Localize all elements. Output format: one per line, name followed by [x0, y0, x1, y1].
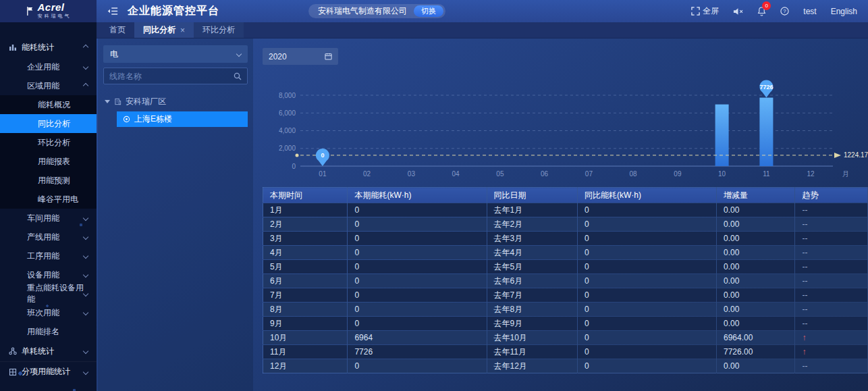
- sidebar-item-energy-ranking[interactable]: 用能排名: [0, 322, 97, 341]
- table-cell: 0: [348, 246, 487, 260]
- fullscreen-icon: [691, 7, 700, 16]
- chevron-up-icon: [83, 45, 88, 50]
- trend-cell: ↑: [795, 345, 868, 359]
- sidebar-item-energy-report[interactable]: 用能报表: [0, 152, 97, 171]
- trend-cell: --: [795, 317, 868, 331]
- sidebar-item-enterprise-energy[interactable]: 企业用能: [0, 57, 97, 76]
- table-cell: 0.00: [716, 359, 794, 373]
- switch-company-button[interactable]: 切换: [414, 5, 443, 17]
- tab-close-icon[interactable]: ×: [180, 26, 185, 34]
- table-cell: 5月: [263, 260, 348, 274]
- column-header: 趋势: [795, 188, 868, 203]
- notification-badge: 0: [762, 1, 771, 10]
- sidebar-item-yoy-analysis[interactable]: 同比分析: [0, 114, 97, 133]
- search-icon[interactable]: [234, 72, 242, 80]
- node-icon: [123, 115, 130, 123]
- sidebar-item-shift-energy[interactable]: 班次用能: [0, 303, 97, 322]
- svg-text:1224.17: 1224.17: [844, 151, 868, 159]
- sidebar-item-label: 区域用能: [27, 80, 59, 92]
- company-name: 安科瑞电气制造有限公司: [318, 5, 407, 17]
- table-row: 9月0去年9月00.00--: [263, 317, 868, 331]
- speaker-muted-icon: [733, 7, 743, 16]
- table-row: 1月0去年1月00.00--: [263, 203, 868, 217]
- svg-text:05: 05: [496, 170, 504, 178]
- language-switch[interactable]: English: [831, 7, 857, 16]
- sidebar-item-peak-valley-flat[interactable]: 峰谷平用电: [0, 190, 97, 209]
- table-cell: 去年2月: [487, 217, 577, 232]
- trend-cell: --: [795, 232, 868, 246]
- sidebar-item-workshop-energy[interactable]: 车间用能: [0, 209, 97, 228]
- svg-text:11: 11: [763, 170, 770, 178]
- sidebar-item-energy-overview[interactable]: 能耗概况: [0, 95, 97, 114]
- svg-text:6,000: 6,000: [279, 109, 296, 117]
- column-header: 增减量: [716, 188, 794, 203]
- notifications-button[interactable]: 0: [757, 7, 766, 16]
- table-cell: 4月: [263, 246, 348, 260]
- help-button[interactable]: ?: [780, 7, 789, 16]
- table-cell: 3月: [263, 232, 348, 246]
- sidebar-item-equipment-energy[interactable]: 设备用能: [0, 265, 97, 284]
- tree-root-label: 安科瑞厂区: [126, 96, 166, 107]
- table-cell: 0: [348, 232, 487, 246]
- sidebar-item-line-energy[interactable]: 产线用能: [0, 228, 97, 246]
- tree-expander-icon[interactable]: [105, 100, 110, 103]
- sidebar-item-key-equipment-energy[interactable]: 重点能耗设备用能: [0, 284, 97, 303]
- table-cell: 0.00: [716, 246, 794, 260]
- tab-home[interactable]: 首页: [101, 22, 134, 38]
- table-cell: 0.00: [716, 203, 794, 217]
- right-pane: 首页同比分析×环比分析 电 安科瑞厂区: [97, 22, 868, 391]
- table-row: 8月0去年8月00.00--: [263, 303, 868, 317]
- top-bar: Acrel 安科瑞电气 企业能源管控平台 安科瑞电气制造有限公司 切换 全屏: [0, 0, 868, 22]
- chevron-down-icon: [83, 253, 88, 259]
- sidebar-item-label: 工序用能: [27, 251, 59, 262]
- mute-button[interactable]: [733, 7, 743, 16]
- sidebar-item-label: 单耗统计: [22, 346, 54, 357]
- brand-subtitle: 安科瑞电气: [38, 13, 72, 20]
- fullscreen-button[interactable]: 全屏: [691, 5, 719, 17]
- table-cell: 去年10月: [487, 331, 577, 345]
- sidebar-item-subitem-energy-stats[interactable]: 分项用能统计: [0, 361, 97, 382]
- table-cell: 0.00: [716, 274, 794, 288]
- chevron-down-icon: [83, 310, 88, 315]
- menu-fold-icon[interactable]: [107, 7, 118, 16]
- sidebar-item-label: 峰谷平用电: [38, 194, 78, 205]
- grid-icon: [9, 368, 17, 376]
- table-cell: 6964: [348, 331, 487, 345]
- table-cell: 去年1月: [487, 203, 577, 217]
- sidebar-item-energy-stats[interactable]: 能耗统计: [0, 37, 97, 57]
- tab-mom-analysis[interactable]: 环比分析: [194, 22, 244, 38]
- table-cell: 0: [348, 260, 487, 274]
- table-cell: 7726.00: [716, 345, 794, 359]
- sidebar-item-region-energy[interactable]: 区域用能: [0, 76, 97, 95]
- chevron-down-icon: [83, 291, 88, 296]
- tree-leaf-label: 上海E栋楼: [134, 113, 172, 125]
- table-cell: 8月: [263, 303, 348, 317]
- svg-text:7726: 7726: [759, 84, 773, 90]
- tab-label: 环比分析: [202, 24, 235, 36]
- energy-type-select[interactable]: 电: [103, 45, 248, 63]
- question-icon: ?: [780, 7, 789, 16]
- table-cell: 9月: [263, 317, 348, 331]
- table-cell: 0: [577, 274, 716, 288]
- svg-text:12: 12: [807, 170, 815, 178]
- tree-node-selected[interactable]: 上海E栋楼: [117, 111, 248, 127]
- fullscreen-label: 全屏: [703, 5, 719, 17]
- sidebar-item-process-energy[interactable]: 工序用能: [0, 246, 97, 265]
- tree-node-root[interactable]: 安科瑞厂区: [103, 93, 248, 109]
- sidebar-item-energy-forecast[interactable]: 用能预测: [0, 171, 97, 190]
- table-row: 3月0去年3月00.00--: [263, 232, 868, 246]
- sidebar-item-unit-consumption-stats[interactable]: 单耗统计: [0, 341, 97, 361]
- header: 企业能源管控平台 安科瑞电气制造有限公司 切换 全屏 0 ?: [97, 0, 868, 22]
- table-cell: 去年8月: [487, 303, 577, 317]
- svg-text:2,000: 2,000: [279, 145, 296, 152]
- sidebar-item-mom-analysis[interactable]: 环比分析: [0, 133, 97, 152]
- table-cell: 去年9月: [487, 317, 577, 331]
- year-picker[interactable]: 2020: [263, 48, 338, 65]
- comparison-table: 本期时间本期能耗(kW·h)同比日期同比能耗(kW·h)增减量趋势1月0去年1月…: [263, 187, 868, 373]
- svg-text:07: 07: [585, 170, 593, 178]
- tab-yoy-analysis[interactable]: 同比分析×: [134, 22, 194, 38]
- table-cell: 去年12月: [487, 359, 577, 373]
- user-menu[interactable]: test: [803, 7, 816, 16]
- search-input[interactable]: [109, 72, 234, 81]
- svg-text:?: ?: [784, 8, 787, 14]
